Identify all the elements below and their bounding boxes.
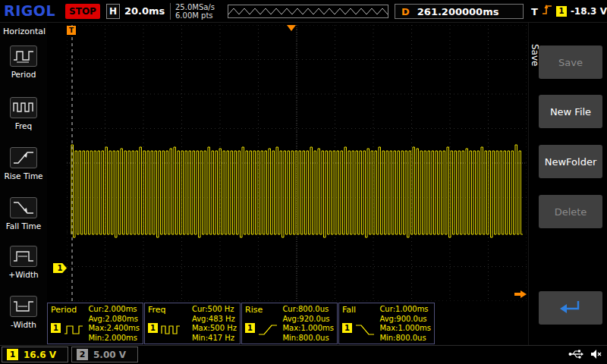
fall-time-icon bbox=[10, 197, 37, 218]
measurement-max: Max:1.000ms bbox=[282, 324, 334, 334]
measurement-avg: Avg:920.0us bbox=[282, 315, 334, 325]
measurement-cur: Cur:2.000ms bbox=[88, 305, 140, 315]
status-bar: RIGOL STOP H 20.0ms 25.0MSa/s 6.00M pts … bbox=[0, 0, 607, 23]
channel1-status[interactable]: 1 16.6 V bbox=[2, 347, 68, 362]
waveform-preview-trace bbox=[228, 5, 388, 17]
period-measure-icon bbox=[64, 323, 83, 340]
new-folder-button[interactable]: NewFolder bbox=[539, 145, 602, 178]
measurement-min: Min:2.000ms bbox=[88, 334, 140, 344]
sidebar-item-label: Fall Time bbox=[0, 221, 47, 231]
measurement-panel-fall[interactable]: Fall Cur:1.000ms Avg:900.0us Max:1.000ms… bbox=[338, 303, 435, 344]
measurement-values: Cur:800.0us Avg:920.0us Max:1.000ms Min:… bbox=[282, 305, 334, 344]
measurement-source-badge: 1 bbox=[148, 323, 158, 333]
graticule-grid bbox=[67, 25, 527, 301]
channel1-level-marker[interactable]: 1 bbox=[53, 263, 67, 273]
measurement-bar: Period Cur:2.000ms Avg:2.080ms Max:2.400… bbox=[47, 303, 435, 344]
measurement-avg: Avg:483 Hz bbox=[192, 315, 237, 325]
waveform-preview[interactable] bbox=[228, 5, 388, 18]
channel2-scale: 5.00 V bbox=[93, 350, 126, 360]
delete-button[interactable]: Delete bbox=[539, 195, 602, 228]
measurement-cur: Cur:800.0us bbox=[282, 305, 334, 315]
timebase-readout[interactable]: 20.0ms bbox=[124, 5, 165, 17]
rise-measure-icon bbox=[258, 323, 278, 340]
measurement-max: Max:2.400ms bbox=[88, 324, 140, 334]
new-file-button[interactable]: New File bbox=[539, 95, 602, 128]
trigger-position-flag[interactable]: T bbox=[67, 26, 76, 35]
rigol-logo: RIGOL bbox=[4, 2, 55, 19]
measurement-min: Min:417 Hz bbox=[192, 334, 237, 344]
sidebar-item-label: Rise Time bbox=[0, 171, 47, 180]
sidebar-title: Horizontal bbox=[0, 23, 47, 36]
measurement-cur: Cur:500 Hz bbox=[192, 305, 237, 315]
trigger-slope-icon bbox=[542, 4, 552, 19]
trigger-level-value: -18.3 V bbox=[571, 6, 607, 17]
measurement-min: Min:800.0us bbox=[282, 334, 334, 344]
sidebar-item-plus-width[interactable]: +Width bbox=[0, 246, 47, 279]
measurement-max: Max:1.000ms bbox=[379, 324, 431, 334]
measurement-name: Rise bbox=[245, 305, 263, 315]
speaker-icon[interactable] bbox=[590, 348, 602, 362]
trigger-label: T bbox=[531, 6, 538, 17]
measurement-source-badge: 1 bbox=[342, 323, 352, 333]
sidebar-item-period[interactable]: Period bbox=[0, 46, 47, 79]
sample-rate: 25.0MSa/s bbox=[175, 3, 215, 11]
trigger-source-badge: 1 bbox=[556, 6, 567, 17]
freq-measure-icon bbox=[161, 323, 181, 340]
measurement-values: Cur:500 Hz Avg:483 Hz Max:500 Hz Min:417… bbox=[192, 305, 237, 344]
measurement-name: Freq bbox=[148, 305, 166, 315]
measure-sidebar: Horizontal Period Freq Rise Time Fall Ti… bbox=[0, 23, 47, 345]
save-button[interactable]: Save bbox=[539, 46, 602, 79]
memory-depth: 6.00M pts bbox=[175, 11, 215, 20]
sidebar-item-label: Freq bbox=[0, 121, 47, 130]
channel2-status[interactable]: 2 5.00 V bbox=[71, 347, 138, 362]
measurement-min: Min:800.0us bbox=[379, 334, 431, 344]
channel-bar: 1 16.6 V 2 5.00 V bbox=[0, 345, 607, 364]
measurement-source-badge: 1 bbox=[51, 323, 61, 333]
measurement-values: Cur:2.000ms Avg:2.080ms Max:2.400ms Min:… bbox=[88, 305, 140, 344]
sidebar-item-fall-time[interactable]: Fall Time bbox=[0, 197, 47, 231]
measurement-avg: Avg:2.080ms bbox=[88, 315, 140, 325]
measurement-panel-freq[interactable]: Freq Cur:500 Hz Avg:483 Hz Max:500 Hz Mi… bbox=[144, 303, 241, 344]
back-button[interactable] bbox=[539, 291, 602, 325]
status-icons bbox=[568, 348, 602, 362]
run-state-badge[interactable]: STOP bbox=[65, 4, 100, 19]
sidebar-item-label: +Width bbox=[0, 270, 47, 279]
sidebar-item-rise-time[interactable]: Rise Time bbox=[0, 147, 47, 180]
measurement-name: Fall bbox=[342, 305, 356, 315]
usb-icon bbox=[568, 348, 583, 362]
channel1-badge: 1 bbox=[7, 349, 18, 360]
freq-icon bbox=[10, 97, 37, 118]
oscilloscope-screen: RIGOL STOP H 20.0ms 25.0MSa/s 6.00M pts … bbox=[0, 0, 607, 364]
measurement-source-badge: 1 bbox=[245, 323, 255, 333]
sidebar-item-label: Period bbox=[0, 70, 47, 79]
measurement-cur: Cur:1.000ms bbox=[379, 305, 431, 315]
channel1-scale: 16.6 V bbox=[24, 350, 56, 360]
measurement-panel-rise[interactable]: Rise Cur:800.0us Avg:920.0us Max:1.000ms… bbox=[241, 303, 338, 344]
trigger-readout[interactable]: T 1 -18.3 V bbox=[531, 4, 607, 19]
delay-readout[interactable]: D 261.200000ms bbox=[395, 4, 524, 19]
rise-time-icon bbox=[10, 147, 37, 168]
channel2-badge: 2 bbox=[77, 349, 88, 360]
save-menu: Save Save New File NewFolder Delete bbox=[528, 23, 607, 345]
measurement-values: Cur:1.000ms Avg:900.0us Max:1.000ms Min:… bbox=[379, 305, 431, 344]
trigger-position-marker-icon[interactable] bbox=[287, 25, 296, 31]
delay-label: D bbox=[401, 6, 410, 17]
horizontal-label: H bbox=[106, 4, 120, 19]
measurement-avg: Avg:900.0us bbox=[379, 315, 431, 325]
sidebar-item-freq[interactable]: Freq bbox=[0, 97, 47, 130]
measurement-name: Period bbox=[51, 305, 77, 315]
plus-width-icon bbox=[10, 246, 37, 267]
measurement-panel-period[interactable]: Period Cur:2.000ms Avg:2.080ms Max:2.400… bbox=[47, 303, 143, 344]
waveform-display[interactable]: T bbox=[67, 25, 527, 301]
measurement-max: Max:500 Hz bbox=[192, 324, 237, 334]
fall-measure-icon bbox=[355, 323, 375, 340]
period-icon bbox=[10, 46, 37, 67]
minus-width-icon bbox=[10, 296, 37, 317]
sidebar-item-label: -Width bbox=[0, 320, 47, 329]
delay-value: 261.200000ms bbox=[417, 6, 499, 17]
sidebar-item-minus-width[interactable]: -Width bbox=[0, 296, 47, 329]
return-arrow-icon bbox=[558, 299, 583, 318]
acquisition-readout: 25.0MSa/s 6.00M pts bbox=[170, 3, 215, 20]
